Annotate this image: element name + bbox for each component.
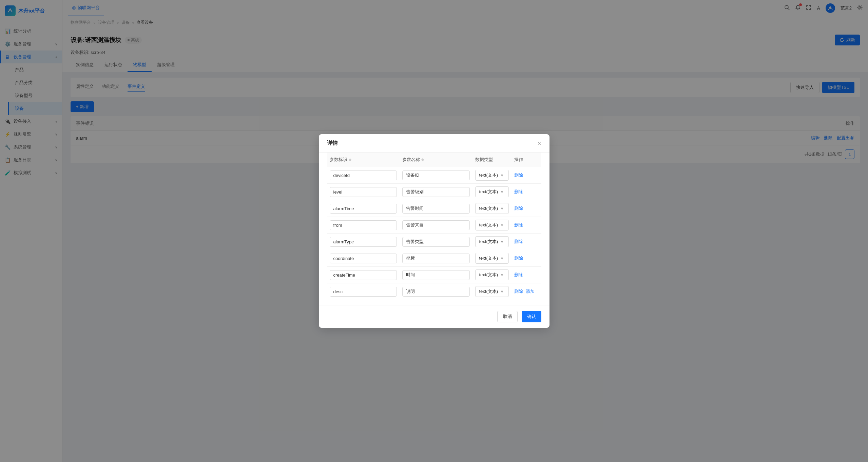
modal-row: text(文本)∨删除 (327, 200, 541, 217)
modal-row-type-7[interactable]: text(文本)∨ (475, 286, 508, 297)
modal-col-name: 参数名称 (400, 153, 472, 167)
modal-col-actions: 操作 (512, 153, 541, 167)
modal-body: 参数标识 参数名称 (319, 153, 549, 305)
modal-footer: 取消 确认 (319, 305, 549, 328)
modal-row-identifier-1[interactable] (330, 187, 397, 197)
modal-row-name-2[interactable] (402, 204, 470, 214)
modal-row: text(文本)∨删除添加 (327, 283, 541, 300)
modal-action-删除-4[interactable]: 删除 (514, 239, 523, 244)
modal-row: text(文本)∨删除 (327, 250, 541, 267)
modal-row-name-1[interactable] (402, 187, 470, 197)
modal-row-name-3[interactable] (402, 220, 470, 230)
modal-row-type-5[interactable]: text(文本)∨ (475, 253, 508, 264)
modal-table: 参数标识 参数名称 (327, 153, 541, 300)
dropdown-arrow-icon: ∨ (501, 256, 503, 261)
modal-title: 详情 (327, 140, 338, 147)
dropdown-arrow-icon: ∨ (501, 206, 503, 211)
modal-row: text(文本)∨删除 (327, 267, 541, 283)
confirm-button[interactable]: 确认 (522, 311, 541, 322)
modal-action-删除-5[interactable]: 删除 (514, 256, 523, 261)
modal-row-identifier-4[interactable] (330, 237, 397, 247)
modal-row-identifier-3[interactable] (330, 220, 397, 230)
modal-row-type-4[interactable]: text(文本)∨ (475, 236, 508, 247)
dropdown-arrow-icon: ∨ (501, 190, 503, 194)
modal-row-type-0[interactable]: text(文本)∨ (475, 170, 508, 181)
modal-col-identifier: 参数标识 (327, 153, 400, 167)
modal-action-删除-6[interactable]: 删除 (514, 272, 523, 277)
modal-row-type-3[interactable]: text(文本)∨ (475, 220, 508, 230)
modal: 详情 × 参数标识 (319, 134, 549, 328)
modal-overlay: 详情 × 参数标识 (0, 0, 868, 462)
dropdown-arrow-icon: ∨ (501, 173, 503, 178)
modal-row: text(文本)∨删除 (327, 167, 541, 184)
modal-row: text(文本)∨删除 (327, 184, 541, 200)
dropdown-arrow-icon: ∨ (501, 223, 503, 227)
modal-action-删除-1[interactable]: 删除 (514, 189, 523, 194)
modal-row-identifier-2[interactable] (330, 204, 397, 214)
modal-row-identifier-6[interactable] (330, 270, 397, 280)
sort-name-icon[interactable] (421, 158, 424, 161)
modal-row-identifier-0[interactable] (330, 170, 397, 180)
modal-row-identifier-5[interactable] (330, 254, 397, 263)
modal-action-删除-0[interactable]: 删除 (514, 173, 523, 178)
dropdown-arrow-icon: ∨ (501, 289, 503, 294)
modal-row: text(文本)∨删除 (327, 234, 541, 250)
dropdown-arrow-icon: ∨ (501, 273, 503, 277)
modal-row-name-0[interactable] (402, 170, 470, 180)
dropdown-arrow-icon: ∨ (501, 240, 503, 244)
modal-row-type-6[interactable]: text(文本)∨ (475, 269, 508, 280)
modal-action-删除-3[interactable]: 删除 (514, 222, 523, 227)
modal-row-name-6[interactable] (402, 270, 470, 280)
modal-row-type-1[interactable]: text(文本)∨ (475, 186, 508, 197)
modal-row-type-2[interactable]: text(文本)∨ (475, 203, 508, 214)
cancel-button[interactable]: 取消 (497, 311, 518, 322)
modal-row: text(文本)∨删除 (327, 217, 541, 234)
modal-row-identifier-7[interactable] (330, 287, 397, 297)
modal-close-button[interactable]: × (538, 140, 541, 146)
modal-header: 详情 × (319, 134, 549, 153)
modal-action-添加-7[interactable]: 添加 (526, 289, 535, 294)
modal-col-type: 数据类型 (472, 153, 511, 167)
modal-action-删除-2[interactable]: 删除 (514, 206, 523, 211)
sort-identifier-icon[interactable] (349, 158, 351, 161)
modal-row-name-5[interactable] (402, 254, 470, 263)
modal-row-name-4[interactable] (402, 237, 470, 247)
modal-action-删除-7[interactable]: 删除 (514, 289, 523, 294)
modal-row-name-7[interactable] (402, 287, 470, 297)
